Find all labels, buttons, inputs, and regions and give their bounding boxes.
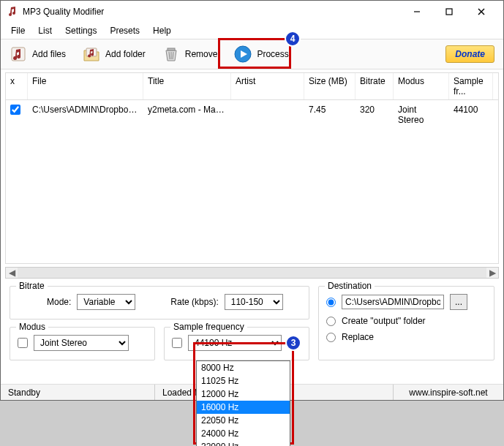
remove-label: Remove [185, 49, 218, 59]
maximize-button[interactable] [433, 1, 465, 22]
annotation-samplefreq-badge: 3 [285, 335, 301, 351]
process-icon [233, 45, 252, 64]
remove-button[interactable]: Remove [154, 41, 226, 67]
cell-artist [231, 102, 304, 128]
menu-help[interactable]: Help [147, 24, 177, 37]
scroll-track[interactable] [18, 268, 486, 278]
bitrate-group: Bitrate Mode: Variable Rate (kbps): 110-… [10, 286, 309, 320]
scroll-left-icon[interactable]: ◀ [6, 268, 18, 278]
destination-group: Destination ... Create "output" folder R… [318, 286, 494, 360]
samplefreq-dropdown[interactable]: 8000 Hz11025 Hz12000 Hz16000 Hz22050 Hz2… [196, 360, 290, 446]
app-icon [7, 6, 18, 18]
bitrate-legend: Bitrate [16, 281, 48, 291]
close-button[interactable] [465, 1, 497, 22]
samplefreq-checkbox[interactable] [172, 338, 182, 348]
modus-legend: Modus [16, 322, 48, 332]
cell-file: C:\Users\ADMIN\Dropbox... [28, 102, 143, 128]
horizontal-scrollbar[interactable]: ◀ ▶ [5, 267, 499, 279]
samplefreq-option[interactable]: 11025 Hz [197, 374, 290, 388]
col-header-sample[interactable]: Sample fr... [449, 73, 493, 99]
grid-body: C:\Users\ADMIN\Dropbox... y2meta.com - M… [5, 100, 499, 264]
svg-rect-1 [446, 9, 452, 15]
add-folder-icon [82, 45, 101, 64]
add-files-icon [9, 45, 28, 64]
add-files-button[interactable]: Add files [1, 41, 74, 67]
mode-label: Mode: [47, 297, 71, 307]
cell-modus: Joint Stereo [394, 102, 449, 128]
app-window: MP3 Quality Modifier File List Settings … [0, 0, 504, 401]
samplefreq-option[interactable]: 12000 Hz [197, 388, 290, 401]
add-folder-button[interactable]: Add folder [74, 41, 154, 67]
menu-presets[interactable]: Presets [104, 24, 146, 37]
destination-legend: Destination [325, 281, 375, 291]
samplefreq-option[interactable]: 16000 Hz [197, 401, 290, 414]
row-checkbox[interactable] [10, 105, 20, 115]
col-header-artist[interactable]: Artist [231, 73, 304, 99]
destination-radio-replace[interactable] [326, 333, 336, 342]
destination-output-label: Create "output" folder [342, 316, 426, 326]
samplefreq-select[interactable]: 44100 Hz [188, 335, 282, 351]
window-title: MP3 Quality Modifier [23, 7, 104, 17]
col-header-bitrate[interactable]: Bitrate [356, 73, 394, 99]
file-grid: x File Title Artist Size (MB) Bitrate Mo… [5, 72, 499, 264]
table-row[interactable]: C:\Users\ADMIN\Dropbox... y2meta.com - M… [6, 100, 498, 129]
samplefreq-option[interactable]: 32000 Hz [197, 440, 290, 446]
donate-button[interactable]: Donate [445, 45, 494, 63]
samplefreq-option[interactable]: 24000 Hz [197, 427, 290, 440]
minimize-button[interactable] [401, 1, 433, 22]
scroll-right-icon[interactable]: ▶ [486, 268, 498, 278]
settings-area: Bitrate Mode: Variable Rate (kbps): 110-… [1, 279, 503, 360]
svg-rect-6 [168, 48, 175, 50]
modus-group: Modus Joint Stereo [10, 327, 155, 360]
samplefreq-legend: Sample frequency [170, 322, 247, 332]
destination-radio-path[interactable] [326, 298, 336, 307]
cell-title: y2meta.com - Maroo... [143, 102, 231, 128]
destination-replace-label: Replace [342, 332, 374, 342]
add-files-label: Add files [32, 49, 66, 59]
cell-sample: 44100 [449, 102, 493, 128]
status-url[interactable]: www.inspire-soft.net [394, 388, 503, 398]
rate-label: Rate (kbps): [170, 297, 218, 307]
samplefreq-option[interactable]: 8000 Hz [197, 361, 290, 374]
process-label: Process [257, 49, 288, 59]
grid-header: x File Title Artist Size (MB) Bitrate Mo… [5, 72, 499, 100]
mode-select[interactable]: Variable [77, 294, 135, 310]
modus-checkbox[interactable] [18, 338, 28, 348]
add-folder-label: Add folder [105, 49, 146, 59]
menu-file[interactable]: File [5, 24, 31, 37]
destination-path-input[interactable] [342, 295, 444, 309]
menu-settings[interactable]: Settings [59, 24, 102, 37]
destination-radio-output[interactable] [326, 317, 336, 326]
col-header-file[interactable]: File [28, 73, 143, 99]
status-standby: Standby [1, 388, 154, 398]
cell-bitrate: 320 [356, 102, 394, 128]
browse-button[interactable]: ... [450, 294, 467, 310]
titlebar: MP3 Quality Modifier [1, 1, 503, 23]
col-header-size[interactable]: Size (MB) [304, 73, 356, 99]
samplefreq-option[interactable]: 22050 Hz [197, 414, 290, 427]
col-header-check[interactable]: x [6, 73, 28, 99]
menu-list[interactable]: List [32, 24, 58, 37]
cell-size: 7.45 [304, 102, 356, 128]
modus-select[interactable]: Joint Stereo [34, 335, 129, 351]
remove-icon [162, 45, 181, 64]
menubar: File List Settings Presets Help [1, 23, 503, 39]
toolbar: Add files Add folder Remove Process [1, 39, 503, 69]
col-header-modus[interactable]: Modus [394, 73, 449, 99]
rate-select[interactable]: 110-150 [225, 294, 283, 310]
annotation-process-badge: 4 [285, 31, 301, 47]
col-header-title[interactable]: Title [143, 73, 231, 99]
process-button[interactable]: Process [225, 41, 296, 67]
